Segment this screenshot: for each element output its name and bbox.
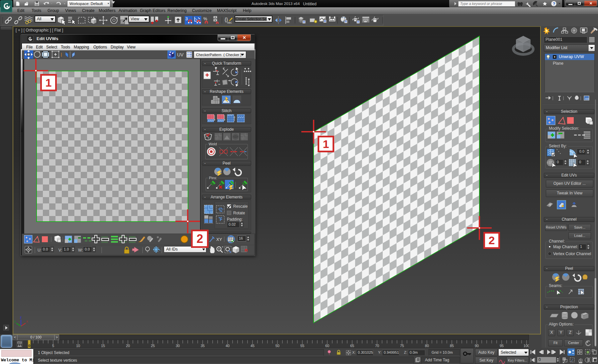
svg-text:W:: W: — [78, 248, 83, 253]
svg-text:95: 95 — [500, 344, 504, 348]
svg-text:0: 0 — [28, 344, 30, 348]
svg-text:3: 3 — [185, 16, 188, 21]
svg-text:y: y — [14, 320, 16, 323]
svg-text:5: 5 — [52, 344, 54, 348]
svg-text:70: 70 — [375, 344, 379, 348]
svg-text:75: 75 — [400, 344, 404, 348]
svg-text:55: 55 — [300, 344, 304, 348]
svg-text:45: 45 — [250, 344, 254, 348]
svg-text:35: 35 — [201, 344, 205, 348]
svg-text:50: 50 — [275, 344, 279, 348]
svg-text:30: 30 — [176, 344, 180, 348]
svg-text:x: x — [26, 320, 28, 323]
svg-text:80: 80 — [425, 344, 429, 348]
svg-text:?: ? — [553, 1, 555, 6]
svg-text:z: z — [20, 316, 22, 319]
svg-text:90: 90 — [475, 344, 479, 348]
svg-text:25: 25 — [151, 344, 155, 348]
svg-text:15: 15 — [101, 344, 105, 348]
svg-text:85: 85 — [450, 344, 454, 348]
svg-text:UV: UV — [177, 52, 184, 57]
svg-text:ABC: ABC — [227, 22, 232, 24]
svg-text:XY: XY — [216, 237, 222, 242]
svg-text:60: 60 — [325, 344, 329, 348]
svg-text:10: 10 — [76, 344, 80, 348]
svg-text:100: 100 — [524, 344, 529, 348]
svg-text:V:: V: — [58, 248, 62, 253]
svg-text:40: 40 — [226, 344, 230, 348]
svg-text:65: 65 — [350, 344, 354, 348]
svg-text:%: % — [203, 16, 207, 21]
svg-text:20: 20 — [126, 344, 130, 348]
